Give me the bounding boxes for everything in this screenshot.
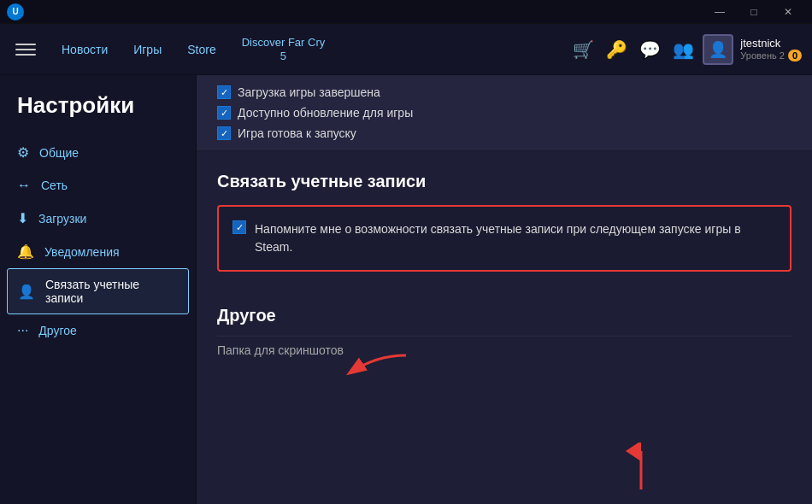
other-section: Другое Папка для скриншотов: [197, 285, 812, 384]
title-bar: U — □ ✕: [0, 0, 812, 24]
user-name: jtestnick: [740, 37, 802, 50]
sidebar-label-downloads: Загрузки: [38, 212, 86, 226]
sidebar-label-other: Другое: [38, 324, 76, 337]
link-accounts-title: Связать учетные записи: [217, 172, 791, 191]
user-info: jtestnick Уровень 2 0: [740, 37, 802, 62]
navbar: Новости Игры Store Discover Far Cry 5 🛒 …: [0, 24, 812, 75]
notification-text-2: Игра готова к запуску: [238, 126, 356, 140]
avatar: 👤: [703, 34, 733, 65]
nav-discover[interactable]: Discover Far Cry 5: [230, 31, 338, 67]
sidebar-label-notifications: Уведомления: [44, 245, 120, 259]
link-accounts-text: Напомните мне о возможности связать учет…: [255, 220, 776, 256]
sidebar-label-general: Общие: [39, 146, 79, 160]
key-icon[interactable]: 🔑: [606, 39, 627, 60]
sidebar-item-general[interactable]: ⚙ Общие: [0, 136, 196, 169]
download-icon: ⬇: [17, 210, 28, 226]
nav-news[interactable]: Новости: [50, 38, 120, 62]
checkbox-0[interactable]: ✓: [217, 85, 231, 99]
notification-text-1: Доступно обновление для игры: [238, 106, 413, 120]
user-area[interactable]: 👤 jtestnick Уровень 2 0: [703, 34, 802, 65]
user-coins: 0: [788, 50, 802, 62]
title-bar-left: U: [7, 3, 24, 21]
sidebar-label-link-accounts: Связать учетные записи: [45, 278, 178, 305]
minimize-button[interactable]: —: [703, 0, 737, 24]
uplay-logo-icon: U: [7, 3, 24, 21]
sidebar-item-downloads[interactable]: ⬇ Загрузки: [0, 202, 196, 235]
title-bar-controls: — □ ✕: [703, 0, 805, 24]
close-button[interactable]: ✕: [771, 0, 805, 24]
sidebar-title: Настройки: [0, 92, 196, 136]
nav-links: Новости Игры Store Discover Far Cry 5: [50, 31, 573, 67]
maximize-button[interactable]: □: [737, 0, 771, 24]
gear-icon: ⚙: [17, 144, 29, 161]
nav-games[interactable]: Игры: [121, 38, 174, 62]
link-accounts-box: ✓ Напомните мне о возможности связать уч…: [217, 205, 791, 272]
notification-item-0: ✓ Загрузка игры завершена: [217, 85, 791, 99]
nav-store[interactable]: Store: [175, 38, 227, 62]
sidebar-item-link-accounts[interactable]: 👤 Связать учетные записи: [7, 268, 189, 314]
other-section-title: Другое: [217, 306, 791, 325]
folder-row: Папка для скриншотов: [217, 336, 791, 364]
notification-item-1: ✓ Доступно обновление для игры: [217, 106, 791, 120]
checkbox-2[interactable]: ✓: [217, 126, 231, 140]
content-wrapper: ✓ Загрузка игры завершена ✓ Доступно обн…: [197, 75, 812, 384]
link-accounts-section: Связать учетные записи ✓ Напомните мне о…: [197, 151, 812, 285]
network-icon: ↔: [17, 178, 31, 193]
friends-icon[interactable]: 👥: [673, 39, 694, 60]
sidebar-item-notifications[interactable]: 🔔 Уведомления: [0, 235, 196, 268]
main-layout: Настройки ⚙ Общие ↔ Сеть ⬇ Загрузки 🔔 Ув…: [0, 75, 812, 504]
chat-icon[interactable]: 💬: [639, 39, 661, 60]
sidebar-item-network[interactable]: ↔ Сеть: [0, 169, 196, 202]
cart-icon[interactable]: 🛒: [573, 39, 594, 60]
content-area: ✓ Загрузка игры завершена ✓ Доступно обн…: [197, 75, 812, 504]
arrow-up-decoration: [615, 442, 667, 494]
checkbox-1[interactable]: ✓: [217, 106, 231, 120]
sidebar: Настройки ⚙ Общие ↔ Сеть ⬇ Загрузки 🔔 Ув…: [0, 75, 197, 504]
hamburger-menu-button[interactable]: [10, 34, 41, 65]
link-accounts-checkbox[interactable]: ✓: [232, 220, 246, 234]
notification-item-2: ✓ Игра готова к запуску: [217, 126, 791, 140]
user-level: Уровень 2 0: [740, 50, 802, 62]
notifications-bar: ✓ Загрузка игры завершена ✓ Доступно обн…: [197, 75, 812, 151]
link-accounts-content: ✓ Напомните мне о возможности связать уч…: [232, 220, 776, 256]
bell-icon: 🔔: [17, 243, 34, 260]
dots-icon: ···: [17, 323, 28, 338]
notification-text-0: Загрузка игры завершена: [238, 85, 380, 99]
sidebar-item-other[interactable]: ··· Другое: [0, 314, 196, 347]
nav-icons: 🛒 🔑 💬 👥: [573, 39, 694, 60]
sidebar-label-network: Сеть: [41, 179, 68, 192]
user-icon: 👤: [18, 284, 35, 300]
